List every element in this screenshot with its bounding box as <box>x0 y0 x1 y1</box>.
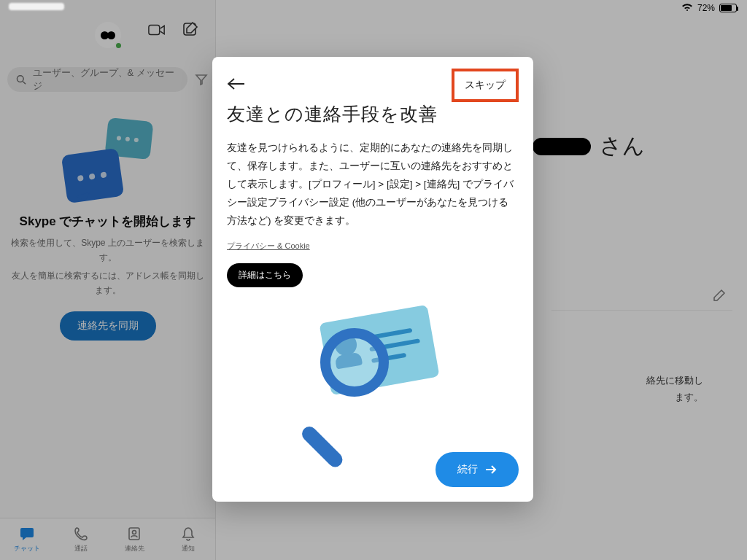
modal-title: 友達との連絡手段を改善 <box>227 102 519 126</box>
privacy-cookie-link[interactable]: プライバシー & Cookie <box>227 241 519 252</box>
redaction <box>9 3 64 10</box>
magnifier-icon <box>320 328 389 397</box>
magnifier-handle-icon <box>299 424 346 470</box>
modal-body-text: 友達を見つけられるように、定期的にあなたの連絡先を同期して、保存します。また、ユ… <box>227 139 519 230</box>
skip-button[interactable]: スキップ <box>452 69 519 102</box>
continue-button[interactable]: 続行 <box>436 452 519 487</box>
onboarding-modal: スキップ 友達との連絡手段を改善 友達を見つけられるように、定期的にあなたの連絡… <box>212 57 533 502</box>
learn-more-button[interactable]: 詳細はこちら <box>227 263 303 287</box>
app-root: ユーザー、グループ、& メッセージ Skype でチャットを開始します 検索を使… <box>0 0 747 560</box>
continue-label: 続行 <box>457 463 478 476</box>
back-button[interactable] <box>227 77 246 93</box>
modal-illustration <box>227 287 519 452</box>
arrow-right-icon <box>485 465 497 474</box>
